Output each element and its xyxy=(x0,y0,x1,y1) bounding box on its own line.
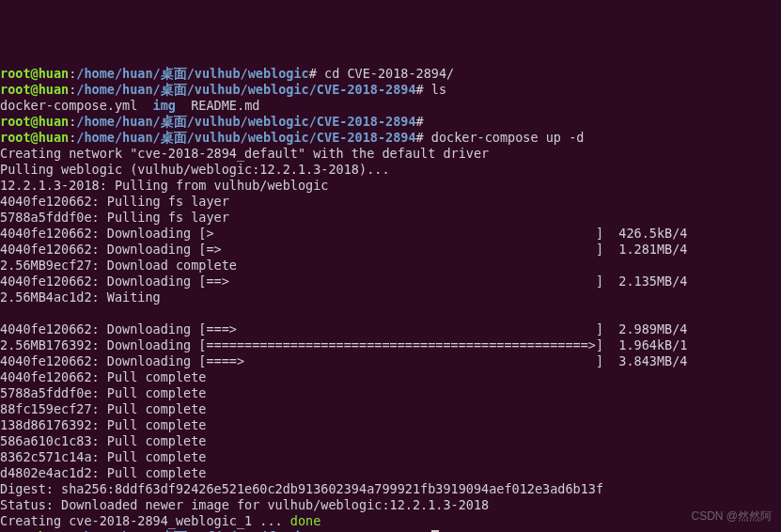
prompt-path: /home/huan/桌面/vulhub/weblogic xyxy=(76,66,308,81)
output-line: 8362c571c14a: Pull complete xyxy=(0,449,206,464)
output-line: 4040fe120662: Pull complete xyxy=(0,369,206,384)
output-line: Creating network "cve-2018-2894_default"… xyxy=(0,146,489,161)
output-line: 4040fe120662: Downloading [> ] 426.5kB/4 xyxy=(0,226,688,241)
done-label: done xyxy=(290,513,321,528)
ls-output: docker-compose.yml img README.md xyxy=(0,98,259,113)
output-line: 2.56MB4ac1d2: Waiting xyxy=(0,289,161,305)
output-line: d4802e4ac1d2: Pull complete xyxy=(0,465,206,480)
file-readme: README.md xyxy=(191,98,259,113)
output-line: 4040fe120662: Downloading [=> ] 1.281MB/… xyxy=(0,242,688,257)
output-line: Status: Downloaded newer image for vulhu… xyxy=(0,497,489,512)
command-docker-compose-up: docker-compose up -d xyxy=(431,130,585,145)
output-line: Pulling weblogic (vulhub/weblogic:12.2.1… xyxy=(0,162,390,177)
dir-img: img xyxy=(153,98,176,113)
output-line: Digest: sha256:8ddf63df92426e521e60c2db9… xyxy=(0,481,603,496)
prompt-line: root@huan:/home/huan/桌面/vulhub/weblogic/… xyxy=(0,130,584,145)
terminal-output[interactable]: root@huan:/home/huan/桌面/vulhub/weblogic#… xyxy=(0,66,781,532)
prompt-line: root@huan:/home/huan/桌面/vulhub/weblogic/… xyxy=(0,82,446,97)
output-line: Creating cve-2018-2894_weblogic_1 ... do… xyxy=(0,513,320,528)
prompt-line: root@huan:/home/huan/桌面/vulhub/weblogic#… xyxy=(0,66,454,81)
output-line: 2.56MB9ecf27: Download complete xyxy=(0,258,237,273)
output-line: 5788a5fddf0e: Pull complete xyxy=(0,385,206,400)
output-line: 5788a5fddf0e: Pulling fs layer xyxy=(0,210,229,225)
watermark: CSDN @然然阿 xyxy=(691,509,772,524)
output-line: 2.56MB176392: Downloading [=============… xyxy=(0,337,688,352)
command-cd: cd CVE-2018-2894/ xyxy=(324,66,454,81)
output-line: 4040fe120662: Pulling fs layer xyxy=(0,194,229,209)
output-line: 586a610c1c83: Pull complete xyxy=(0,433,206,448)
output-line: 12.2.1.3-2018: Pulling from vulhub/weblo… xyxy=(0,178,329,193)
output-line: 88fc159ecf27: Pull complete xyxy=(0,401,206,416)
output-line: 4040fe120662: Downloading [==> ] 2.135MB… xyxy=(0,274,688,289)
prompt-line: root@huan:/home/huan/桌面/vulhub/weblogic/… xyxy=(0,114,424,129)
output-line: 4040fe120662: Downloading [====> ] 3.843… xyxy=(0,353,688,368)
command-ls: ls xyxy=(431,82,446,97)
output-line: 4040fe120662: Downloading [===> ] 2.989M… xyxy=(0,321,688,336)
file-yml: docker-compose.yml xyxy=(0,98,137,113)
prompt-user: root@huan xyxy=(0,66,69,81)
output-line: 138d86176392: Pull complete xyxy=(0,417,206,432)
